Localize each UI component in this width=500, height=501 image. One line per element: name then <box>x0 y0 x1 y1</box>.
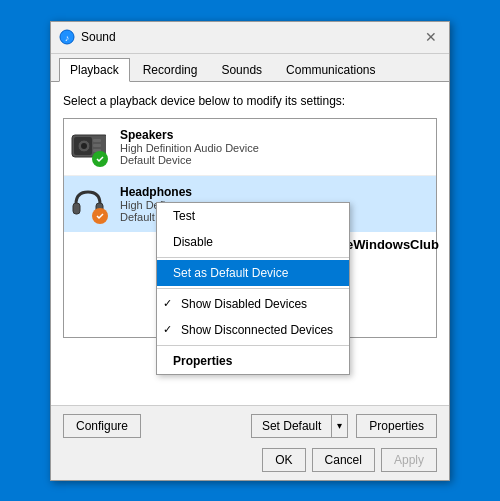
tab-recording[interactable]: Recording <box>132 58 209 81</box>
speakers-sub1: High Definition Audio Device <box>120 142 430 154</box>
ctx-show-disabled[interactable]: ✓ Show Disabled Devices <box>157 291 349 317</box>
headphones-name: Headphones <box>120 185 430 199</box>
ctx-disable[interactable]: Disable <box>157 229 349 255</box>
ctx-separator-1 <box>157 257 349 258</box>
bottom-row1: Configure Set Default ▾ Properties <box>63 414 437 438</box>
svg-rect-9 <box>73 203 80 214</box>
device-item-speakers[interactable]: Speakers High Definition Audio Device De… <box>64 119 436 176</box>
apply-button[interactable]: Apply <box>381 448 437 472</box>
cancel-button[interactable]: Cancel <box>312 448 375 472</box>
svg-rect-6 <box>93 139 101 142</box>
svg-rect-7 <box>93 144 101 147</box>
tab-sounds[interactable]: Sounds <box>210 58 273 81</box>
speakers-name: Speakers <box>120 128 430 142</box>
check-icon-disconnected: ✓ <box>163 323 177 336</box>
svg-point-5 <box>81 143 87 149</box>
speakers-info: Speakers High Definition Audio Device De… <box>120 128 430 166</box>
ctx-separator-2 <box>157 288 349 289</box>
ctx-show-disconnected[interactable]: ✓ Show Disconnected Devices <box>157 317 349 343</box>
set-default-split: Set Default ▾ <box>251 414 348 438</box>
title-bar: ♪ Sound ✕ <box>51 22 449 54</box>
ctx-separator-3 <box>157 345 349 346</box>
set-default-button[interactable]: Set Default <box>251 414 331 438</box>
bottom-area: Configure Set Default ▾ Properties OK Ca… <box>51 405 449 480</box>
sound-icon: ♪ <box>59 29 75 45</box>
speaker-icon-container <box>70 127 110 167</box>
bottom-row2: OK Cancel Apply <box>63 448 437 472</box>
properties-button[interactable]: Properties <box>356 414 437 438</box>
ctx-test[interactable]: Test <box>157 203 349 229</box>
set-default-arrow[interactable]: ▾ <box>331 414 348 438</box>
title-bar-left: ♪ Sound <box>59 29 116 45</box>
orange-badge <box>92 208 108 224</box>
context-menu: Test Disable Set as Default Device ✓ Sho… <box>156 202 350 375</box>
close-button[interactable]: ✕ <box>421 27 441 47</box>
tab-playback[interactable]: Playback <box>59 58 130 82</box>
ctx-properties[interactable]: Properties <box>157 348 349 374</box>
sound-dialog: ♪ Sound ✕ Playback Recording Sounds Comm… <box>50 21 450 481</box>
window-title: Sound <box>81 30 116 44</box>
tab-bar: Playback Recording Sounds Communications <box>51 54 449 82</box>
svg-text:♪: ♪ <box>65 33 70 43</box>
green-badge <box>92 151 108 167</box>
check-icon-disabled: ✓ <box>163 297 177 310</box>
ctx-set-default[interactable]: Set as Default Device <box>157 260 349 286</box>
tab-communications[interactable]: Communications <box>275 58 386 81</box>
configure-button[interactable]: Configure <box>63 414 141 438</box>
speakers-sub2: Default Device <box>120 154 430 166</box>
ok-button[interactable]: OK <box>262 448 305 472</box>
content-area: Select a playback device below to modify… <box>51 82 449 405</box>
headphone-icon-container <box>70 184 110 224</box>
instruction-text: Select a playback device below to modify… <box>63 94 437 108</box>
